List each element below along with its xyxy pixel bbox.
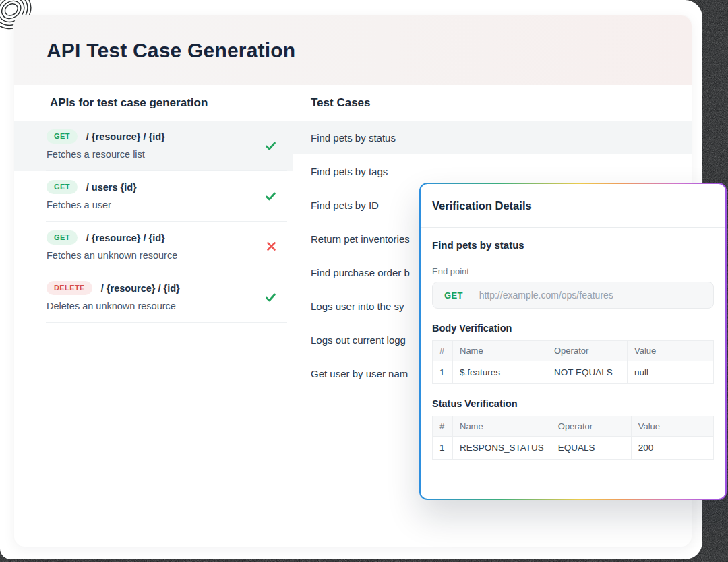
- api-description: Fetches an unknown resource: [47, 250, 293, 261]
- verification-details-panel: Verification Details Find pets by status…: [419, 183, 727, 500]
- table-row: 1 $.features NOT EQUALS null: [433, 361, 714, 384]
- column-header: Operator: [551, 416, 631, 437]
- test-cases-header: Test Cases: [293, 96, 692, 110]
- api-description: Deletes an unknown resource: [47, 301, 293, 311]
- test-case-item[interactable]: Find pets by status: [293, 121, 692, 154]
- status-fail-icon: [266, 241, 276, 251]
- page-title: API Test Case Generation: [47, 39, 295, 62]
- screenshot-stage: API Test Case Generation APIs for test c…: [0, 0, 728, 562]
- api-list-item[interactable]: GET / users {id} Fetches a user: [14, 171, 293, 222]
- api-path: / {resource} / {id}: [86, 232, 165, 243]
- verification-case-name: Find pets by status: [432, 239, 714, 251]
- api-description: Fetches a resource list: [47, 149, 293, 160]
- divider: [46, 322, 287, 323]
- verification-panel-title: Verification Details: [432, 199, 532, 212]
- status-verification-title: Status Verification: [432, 398, 714, 409]
- body-verification-table: # Name Operator Value 1 $.features NOT E…: [432, 340, 714, 384]
- table-cell: NOT EQUALS: [547, 361, 628, 384]
- column-header: Name: [453, 341, 547, 361]
- verification-panel-header: Verification Details: [421, 184, 725, 228]
- column-header: Name: [453, 416, 551, 437]
- api-path: / {resource} / {id}: [86, 131, 165, 142]
- section-headers-row: APIs for test case generation Test Cases: [14, 85, 692, 121]
- column-header: Value: [628, 341, 714, 361]
- card-header: API Test Case Generation: [14, 15, 692, 85]
- table-header-row: # Name Operator Value: [433, 416, 714, 437]
- status-pass-icon: [265, 140, 276, 152]
- method-badge: GET: [47, 180, 78, 194]
- api-list-item[interactable]: GET / {resource} / {id} Fetches a resour…: [14, 121, 293, 171]
- endpoint-method-label: GET: [444, 290, 463, 301]
- table-cell: 1: [433, 437, 453, 460]
- endpoint-input[interactable]: GET http://example.com/ops/features: [432, 282, 714, 309]
- table-header-row: # Name Operator Value: [433, 341, 714, 361]
- api-list: GET / {resource} / {id} Fetches a resour…: [14, 121, 293, 323]
- table-cell: 200: [631, 437, 713, 460]
- api-path: / {resource} / {id}: [101, 283, 180, 294]
- column-header: #: [433, 341, 453, 361]
- api-list-item[interactable]: DELETE / {resource} / {id} Deletes an un…: [14, 272, 293, 323]
- status-verification-table: # Name Operator Value 1 RESPONS_STATUS E…: [432, 416, 714, 460]
- endpoint-label: End point: [432, 266, 714, 276]
- column-header: #: [433, 416, 453, 437]
- status-pass-icon: [265, 292, 276, 303]
- table-cell: $.features: [453, 361, 547, 384]
- method-badge: DELETE: [47, 281, 92, 295]
- table-row: 1 RESPONS_STATUS EQUALS 200: [433, 437, 714, 460]
- method-badge: GET: [47, 230, 78, 245]
- column-header: Operator: [547, 341, 628, 361]
- table-cell: RESPONS_STATUS: [453, 437, 551, 460]
- method-badge: GET: [47, 129, 78, 144]
- table-cell: null: [628, 361, 714, 384]
- api-path: / users {id}: [86, 182, 137, 193]
- table-cell: EQUALS: [551, 437, 631, 460]
- column-header: Value: [631, 416, 713, 437]
- api-description: Fetches a user: [47, 199, 293, 210]
- body-verification-title: Body Verification: [432, 323, 714, 334]
- table-cell: 1: [433, 361, 453, 384]
- endpoint-url-text: http://example.com/ops/features: [479, 290, 613, 301]
- api-list-item[interactable]: GET / {resource} / {id} Fetches an unkno…: [14, 222, 293, 272]
- api-panel-header: APIs for test case generation: [14, 96, 293, 110]
- status-pass-icon: [265, 191, 276, 202]
